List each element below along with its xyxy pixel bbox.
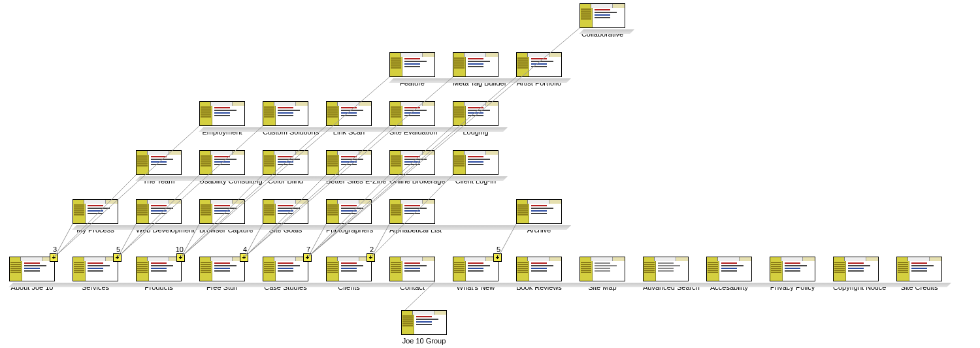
page-node-products-thumbnail[interactable] <box>136 257 182 281</box>
page-node-site-credits-thumbnail[interactable] <box>896 257 942 281</box>
connector-7-r4 <box>498 223 517 257</box>
page-node-contact-thumbnail[interactable] <box>389 257 435 281</box>
page-node-what-s-new-thumbnail[interactable] <box>453 257 498 281</box>
page-node-root[interactable]: Joe 10 Group <box>401 310 447 345</box>
page-node-root-label: Joe 10 Group <box>401 337 447 345</box>
page-node-book-reviews-thumbnail[interactable] <box>516 257 562 281</box>
page-node-site-map-thumbnail[interactable] <box>580 257 625 281</box>
page-node-root-thumbnail[interactable] <box>401 310 447 335</box>
page-node-advanced-search-thumbnail[interactable] <box>643 257 689 281</box>
page-node-accesability-thumbnail[interactable] <box>706 257 752 281</box>
shadow-bar <box>579 29 634 34</box>
svg-line-22 <box>405 281 435 310</box>
page-node-about-joe-10-thumbnail[interactable] <box>9 257 55 281</box>
svg-line-20 <box>372 175 453 257</box>
page-node-collaborative-thumbnail[interactable] <box>580 3 625 28</box>
page-node-clients-thumbnail[interactable] <box>326 257 372 281</box>
connector-root <box>404 281 436 311</box>
shadow-bar <box>8 283 951 287</box>
page-node-free-stuff-thumbnail[interactable] <box>199 257 245 281</box>
page-node-case-studies-thumbnail[interactable] <box>263 257 308 281</box>
page-node-copyright-notice-thumbnail[interactable] <box>833 257 879 281</box>
sitemap-diagram: 3+About Joe 105+Services10+Products4+Fre… <box>0 0 980 348</box>
svg-line-21 <box>498 224 516 257</box>
page-node-privacy-policy-thumbnail[interactable] <box>770 257 815 281</box>
page-node-services-thumbnail[interactable] <box>73 257 118 281</box>
connector-5-r3 <box>371 174 453 257</box>
